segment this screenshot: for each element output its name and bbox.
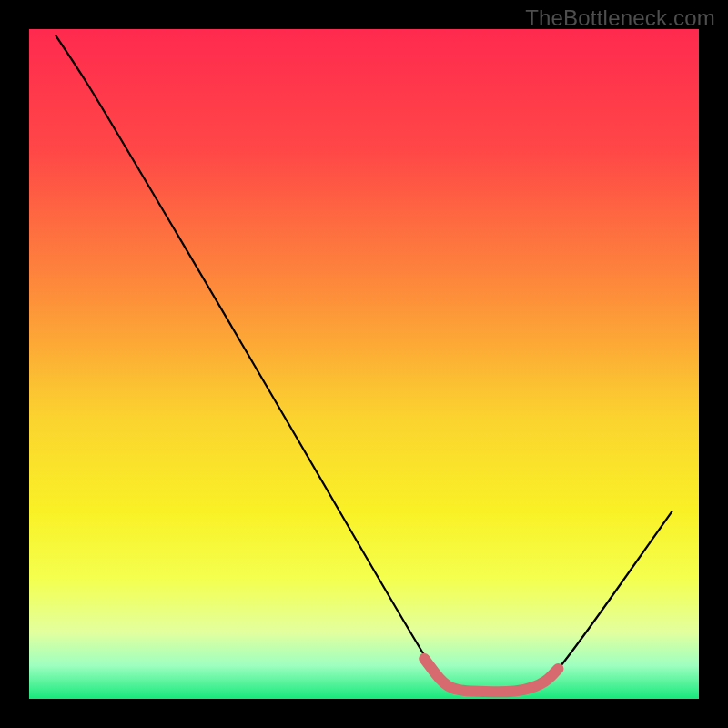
bottleneck-chart — [0, 0, 728, 728]
watermark-text: TheBottleneck.com — [525, 5, 715, 31]
chart-canvas: TheBottleneck.com — [0, 0, 728, 728]
gradient-background — [29, 29, 699, 699]
